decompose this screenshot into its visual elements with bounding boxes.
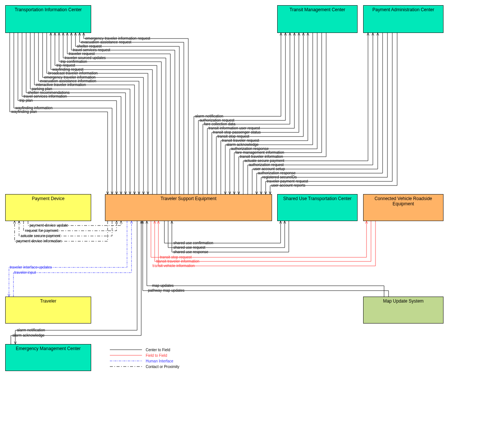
flow-label: transit stop passenger status bbox=[213, 130, 261, 134]
flow-label: shared use confirmation bbox=[173, 241, 213, 245]
legend-ftf: Field to Field bbox=[146, 353, 167, 358]
flow-label: alarm notification bbox=[17, 328, 45, 332]
flow-label: registered secureIDs bbox=[262, 175, 297, 179]
box-pac[interactable]: Payment Administration Center bbox=[363, 5, 443, 33]
flow-label: shared use request bbox=[173, 245, 205, 249]
flow-label: pathway map updates bbox=[148, 288, 185, 292]
flow-label: user account reports bbox=[271, 183, 305, 187]
legend-ctf: Center to Field bbox=[146, 348, 170, 352]
flow-label: traveler input bbox=[14, 270, 36, 275]
flow-label: payment device information bbox=[16, 239, 62, 243]
flow-label: transit stop request bbox=[217, 134, 249, 138]
box-tse[interactable]: Traveler Support Equipment bbox=[105, 194, 272, 221]
flow-label: request for payment bbox=[25, 229, 58, 233]
flow-label: fare collection data bbox=[204, 122, 235, 126]
flow-label: evacuation assistance request bbox=[81, 40, 132, 44]
flow-label: actuate secure payment bbox=[21, 234, 61, 238]
flow-label: payment device update bbox=[30, 223, 68, 227]
flow-label: transit traveler information bbox=[156, 259, 200, 263]
flow-label: authorization response bbox=[258, 171, 296, 175]
flow-label: user account setup bbox=[253, 167, 285, 171]
flow-label: transit vehicle information bbox=[152, 264, 195, 268]
box-trav[interactable]: Traveler bbox=[5, 297, 91, 324]
flow-label: map updates bbox=[152, 284, 174, 288]
flow-label: transit traveler request bbox=[222, 138, 259, 142]
flow-label: trip request bbox=[56, 63, 75, 67]
box-pd[interactable]: Payment Device bbox=[5, 194, 91, 221]
box-emc[interactable]: Emergency Management Center bbox=[5, 344, 91, 371]
flow-label: broadcast traveler information bbox=[48, 71, 98, 75]
flow-label: authorization request bbox=[249, 163, 284, 167]
flow-label: alarm acknowledge bbox=[226, 142, 259, 147]
box-cvre[interactable]: Connected Vehicle Roadside Equipment bbox=[363, 194, 443, 221]
flow-label: trip plan bbox=[19, 98, 33, 102]
flow-label: traveler interface updates bbox=[10, 265, 52, 269]
flow-label: transit information user request bbox=[208, 126, 260, 130]
box-mus[interactable]: Map Update System bbox=[363, 297, 443, 324]
flow-label: fare management information bbox=[235, 150, 284, 154]
flow-label: actuate secure payment bbox=[244, 159, 284, 163]
flow-label: interactive traveler information bbox=[36, 83, 86, 87]
box-tmc[interactable]: Transit Management Center bbox=[277, 5, 358, 33]
flow-label: wayfinding plan bbox=[11, 110, 37, 114]
flow-label: transit stop request bbox=[160, 255, 192, 259]
flow-label: traveler payment request bbox=[267, 179, 308, 183]
legend-cp: Contact or Proximity bbox=[146, 365, 179, 369]
legend-hmi: Human Interface bbox=[146, 359, 173, 363]
box-tic[interactable]: Transportation Information Center bbox=[5, 5, 91, 33]
flow-label: transit traveler information bbox=[240, 154, 283, 159]
flow-label: alarm acknowledge bbox=[12, 333, 44, 337]
flow-label: travel services information bbox=[24, 94, 67, 98]
flow-label: traveler request bbox=[69, 52, 95, 56]
flow-label: alarm notification bbox=[195, 114, 223, 118]
diagram-canvas: Transportation Information Center Transi… bbox=[0, 0, 504, 426]
box-sutc[interactable]: Shared Use Transportation Center bbox=[277, 194, 358, 221]
flow-label: shared use response bbox=[173, 250, 208, 254]
